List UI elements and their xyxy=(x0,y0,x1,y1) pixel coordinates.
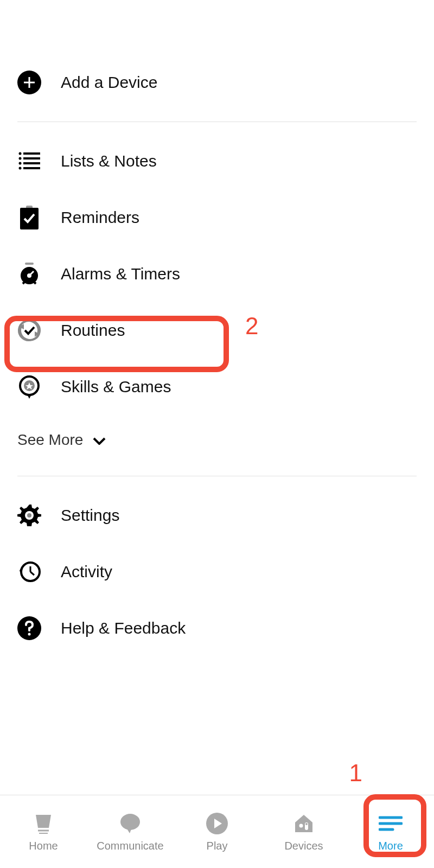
activity-icon xyxy=(17,560,41,584)
play-icon xyxy=(205,812,229,835)
nav-item-communicate[interactable]: Communicate xyxy=(87,812,174,852)
menu-label: Lists & Notes xyxy=(61,152,157,170)
nav-item-devices[interactable]: Devices xyxy=(260,812,347,852)
svg-point-38 xyxy=(299,824,303,827)
menu-item-settings[interactable]: Settings xyxy=(0,487,434,544)
svg-point-40 xyxy=(305,823,308,825)
svg-point-25 xyxy=(27,513,31,518)
menu-label: Alarms & Timers xyxy=(61,265,180,283)
svg-point-7 xyxy=(19,162,22,165)
help-icon xyxy=(17,616,41,640)
home-icon xyxy=(31,812,55,835)
menu-item-skills-games[interactable]: Skills & Games xyxy=(0,359,434,415)
nav-label: Communicate xyxy=(97,840,163,852)
menu-label: Reminders xyxy=(61,208,139,227)
skills-games-icon xyxy=(17,375,41,399)
menu-label: Add a Device xyxy=(61,73,157,92)
menu-item-help-feedback[interactable]: Help & Feedback xyxy=(0,600,434,656)
chevron-down-icon xyxy=(93,431,106,449)
menu-label: Routines xyxy=(61,321,125,340)
devices-icon xyxy=(292,812,316,835)
svg-line-16 xyxy=(23,282,25,284)
menu-item-lists-notes[interactable]: Lists & Notes xyxy=(0,133,434,189)
nav-item-more[interactable]: More xyxy=(347,812,434,852)
annotation-label-1: 1 xyxy=(349,760,362,787)
nav-label: More xyxy=(378,840,403,852)
svg-marker-23 xyxy=(27,394,31,399)
menu-label: Settings xyxy=(61,506,119,525)
svg-line-17 xyxy=(34,282,36,284)
alarm-clock-icon xyxy=(17,262,41,286)
menu-item-reminders[interactable]: Reminders xyxy=(0,189,434,246)
nav-label: Home xyxy=(29,840,58,852)
see-more-button[interactable]: See More xyxy=(0,415,434,465)
menu-item-alarms-timers[interactable]: Alarms & Timers xyxy=(0,246,434,302)
communicate-icon xyxy=(118,812,142,835)
menu-item-routines[interactable]: Routines xyxy=(0,302,434,359)
menu-item-activity[interactable]: Activity xyxy=(0,544,434,600)
svg-point-34 xyxy=(120,814,140,830)
list-icon xyxy=(17,149,41,173)
nav-item-home[interactable]: Home xyxy=(0,812,87,852)
routines-icon xyxy=(17,318,41,342)
bottom-nav: Home Communicate Play D xyxy=(0,795,434,868)
svg-point-3 xyxy=(19,152,22,155)
nav-label: Play xyxy=(207,840,228,852)
plus-circle-icon xyxy=(17,71,41,94)
more-icon xyxy=(379,812,403,835)
menu-label: Help & Feedback xyxy=(61,619,186,637)
svg-point-5 xyxy=(19,157,22,160)
divider xyxy=(17,476,417,476)
menu-label: Skills & Games xyxy=(61,378,171,396)
nav-item-play[interactable]: Play xyxy=(174,812,260,852)
nav-label: Devices xyxy=(284,840,323,852)
menu-label: Activity xyxy=(61,563,112,581)
see-more-label: See More xyxy=(17,431,83,449)
gear-icon xyxy=(17,503,41,527)
menu-item-add-device[interactable]: Add a Device xyxy=(0,54,434,111)
clipboard-check-icon xyxy=(17,206,41,229)
divider xyxy=(17,122,417,122)
svg-marker-35 xyxy=(126,828,132,833)
svg-line-28 xyxy=(30,572,34,575)
svg-point-31 xyxy=(28,633,31,636)
svg-point-9 xyxy=(19,167,22,170)
